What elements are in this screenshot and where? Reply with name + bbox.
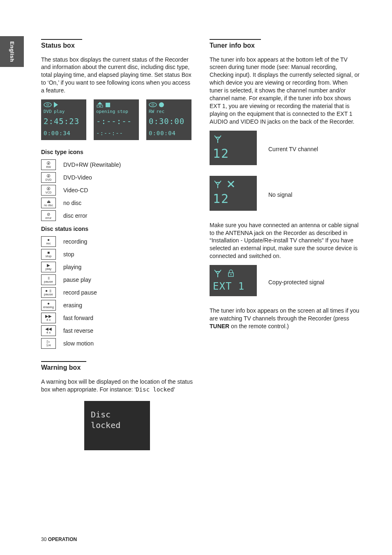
status-box-heading: Status box: [41, 41, 193, 50]
page-content: Status box The status box displays the c…: [41, 39, 362, 450]
page-number: 30: [41, 537, 46, 542]
footer-section-name: OPERATION: [48, 537, 77, 542]
tuner-copy-box: EXT 1: [210, 265, 257, 296]
tuner-nosignal-channel: 12: [213, 191, 254, 207]
disc-status-list: ●recrecording■stopstop▶playplaying॥pause…: [41, 236, 193, 349]
antenna-icon: [213, 134, 223, 144]
svg-point-0: [44, 103, 51, 107]
language-label: English: [8, 41, 16, 62]
disc-status-label: fast reverse: [63, 327, 93, 335]
tuner-copy-text: EXT 1: [213, 280, 254, 293]
disc-type-label: DVD-Video: [63, 174, 92, 182]
disc-type-item: ⦿RWDVD+RW (Rewritable): [41, 159, 193, 170]
tuner-para2: Make sure you have connected an antenna …: [210, 221, 362, 260]
rule: [41, 39, 82, 40]
osd-rec-time1: 0:30:00: [149, 116, 189, 127]
warning-line1: Disc: [91, 409, 143, 420]
tuner-para3-c: on the remote control.): [229, 323, 289, 329]
tuner-current-label: Current TV channel: [268, 145, 318, 153]
status-box-paragraph: The status box displays the current stat…: [41, 56, 193, 94]
disc-status-label: recording: [63, 238, 87, 246]
disc-status-label: stop: [63, 251, 74, 258]
osd-open-time2: -:--:--: [96, 129, 136, 137]
lock-icon: [227, 269, 235, 277]
disc-status-icon: ▷1/4: [41, 338, 56, 349]
tuner-copy-label: Copy-protected signal: [268, 279, 324, 286]
osd-open-time1: -:--:--: [96, 116, 136, 127]
disc-status-item: ●erasingerasing: [41, 300, 193, 311]
disc-status-heading: Disc status icons: [41, 225, 193, 233]
disc-status-icon: ▶▶4 x: [41, 313, 56, 323]
disc-status-item: ◀◀4 xfast reverse: [41, 325, 193, 336]
play-icon: [54, 102, 58, 108]
disc-type-item: ⏏no discno disc: [41, 198, 193, 208]
disc-type-icon: ⏏no disc: [41, 198, 56, 208]
disc-type-label: disc error: [63, 212, 87, 220]
language-tab: English: [0, 36, 24, 67]
disc-status-item: ॥pausepause play: [41, 274, 193, 285]
disc-status-icon: ◀◀4 x: [41, 325, 56, 336]
osd-open-state-b: stop: [117, 109, 128, 115]
tuner-nosignal-row: 12 No signal: [210, 176, 362, 214]
tuner-nosignal-label: No signal: [268, 191, 292, 199]
disc-type-item: ⊘errordisc error: [41, 210, 193, 221]
disc-type-list: ⦿RWDVD+RW (Rewritable)⦿DVDDVD-Video⦿VCDV…: [41, 159, 193, 221]
disc-status-icon: ■stop: [41, 249, 56, 260]
svg-marker-2: [97, 102, 102, 104]
osd-play-disc-label: DVD: [44, 109, 52, 115]
disc-type-item: ⦿VCDVideo-CD: [41, 185, 193, 196]
svg-rect-8: [231, 274, 231, 275]
disc-status-label: playing: [63, 263, 81, 271]
disc-status-item: ▷1/4slow motion: [41, 338, 193, 349]
osd-examples: DVD play 2:45:23 0:00:34 opening stop: [41, 99, 193, 140]
disc-status-icon: ● ॥pause: [41, 287, 56, 298]
tuner-para1: The tuner info box appears at the bottom…: [210, 56, 362, 126]
right-column: Tuner info box The tuner info box appear…: [210, 39, 362, 450]
osd-rec-state: rec: [156, 109, 164, 115]
stop-icon: [106, 103, 110, 107]
osd-play-state: play: [54, 109, 65, 115]
rule: [210, 39, 261, 40]
osd-rec-time2: 0:00:04: [149, 129, 189, 137]
disc-type-label: Video-CD: [63, 187, 88, 194]
warning-para-c: ’: [174, 386, 175, 393]
disc-status-item: ▶▶4 xfast forward: [41, 313, 193, 323]
disc-type-label: no disc: [63, 199, 81, 207]
disc-icon: [44, 102, 52, 108]
disc-status-label: erasing: [63, 302, 82, 309]
disc-icon: [149, 102, 157, 108]
disc-status-item: ● ॥pauserecord pause: [41, 287, 193, 298]
disc-status-icon: ॥pause: [41, 274, 56, 285]
tuner-nosignal-box: 12: [210, 176, 257, 211]
tuner-current-row: 12 Current TV channel: [210, 131, 362, 169]
disc-type-icon: ⦿DVD: [41, 172, 56, 183]
svg-point-5: [149, 103, 157, 107]
disc-status-icon: ●erasing: [41, 300, 56, 311]
disc-status-icon: ●rec: [41, 236, 56, 247]
disc-status-label: fast forward: [63, 314, 93, 322]
tuner-para3: The tuner info box appears on the screen…: [210, 307, 362, 330]
warning-box-paragraph: A warning box will be displayed on the l…: [41, 378, 193, 394]
disc-type-icon: ⊘error: [41, 210, 56, 221]
osd-rec-disc-label: RW: [149, 109, 154, 115]
osd-rec: RW rec 0:30:00 0:00:04: [146, 99, 191, 140]
disc-type-heading: Disc type icons: [41, 148, 193, 156]
disc-type-icon: ⦿RW: [41, 159, 56, 170]
disc-status-label: slow motion: [63, 340, 94, 348]
tray-icon: [96, 102, 104, 108]
tuner-para3-b: TUNER: [210, 323, 229, 329]
left-column: Status box The status box displays the c…: [41, 39, 193, 450]
antenna-icon: [213, 179, 223, 189]
antenna-icon: [213, 268, 223, 278]
osd-opening: opening stop -:--:-- -:--:--: [94, 99, 139, 140]
disc-status-item: ●recrecording: [41, 236, 193, 247]
disc-status-item: ■stopstop: [41, 249, 193, 260]
no-signal-icon: [227, 180, 235, 188]
tuner-para3-a: The tuner info box appears on the screen…: [210, 307, 359, 322]
disc-status-item: ▶playplaying: [41, 262, 193, 272]
warning-box-display: Disc locked: [84, 401, 150, 450]
tuner-current-channel: 12: [213, 145, 254, 162]
warning-box-heading: Warning box: [41, 363, 193, 372]
rule: [41, 361, 86, 362]
tuner-copy-row: EXT 1 Copy-protected signal: [210, 265, 362, 299]
